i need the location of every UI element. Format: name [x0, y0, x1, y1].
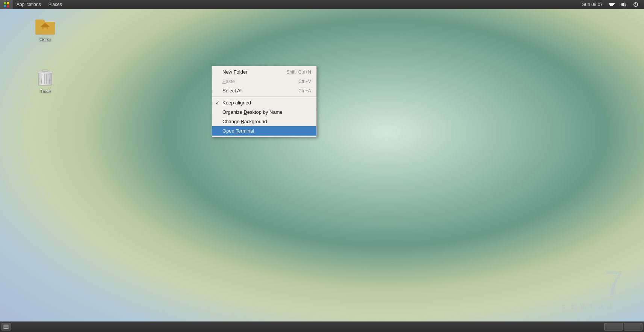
trash-label: Trash — [40, 88, 50, 94]
show-desktop-button[interactable] — [2, 323, 11, 330]
taskbar-button-1[interactable] — [604, 323, 623, 330]
open-terminal-label: Open Terminal — [222, 128, 304, 134]
menu-item-change-background[interactable]: Change Background — [212, 117, 316, 126]
menu-item-keep-aligned[interactable]: ✓ Keep aligned — [212, 98, 316, 107]
svg-rect-5 — [609, 4, 614, 5]
select-all-label: Select All — [222, 88, 291, 94]
svg-rect-26 — [4, 325, 8, 327]
top-panel: Applications Places Sun 09:07 ) ) — [0, 0, 644, 9]
show-desktop-icon — [3, 324, 9, 329]
trash-icon[interactable]: Trash — [30, 66, 60, 95]
bottom-panel — [0, 321, 644, 332]
network-button[interactable] — [606, 0, 617, 9]
desktop-background — [0, 0, 644, 332]
paste-label: Paste — [222, 78, 291, 84]
home-icon[interactable]: Home — [30, 14, 60, 44]
centos-number: 7 — [605, 266, 623, 300]
home-folder-image — [35, 16, 55, 35]
context-menu: New Folder Shift+Ctrl+N Paste Ctrl+V Sel… — [212, 66, 317, 137]
applications-menu[interactable]: Applications — [13, 0, 45, 9]
clock-text: Sun 09:07 — [582, 2, 603, 7]
network-icon — [609, 2, 615, 8]
volume-button[interactable]: ) ) — [618, 0, 629, 9]
svg-marker-7 — [621, 2, 624, 7]
panel-right: Sun 09:07 ) ) — [580, 0, 644, 9]
keep-aligned-label: Keep aligned — [222, 100, 304, 106]
menu-item-paste[interactable]: Paste Ctrl+V — [212, 77, 316, 86]
volume-icon: ) ) — [621, 2, 627, 8]
svg-rect-0 — [4, 2, 6, 4]
power-icon — [633, 2, 639, 8]
taskbar-right — [604, 323, 642, 330]
paste-shortcut: Ctrl+V — [298, 79, 311, 84]
menu-item-select-all[interactable]: Select All Ctrl+A — [212, 86, 316, 95]
menu-item-new-folder[interactable]: New Folder Shift+Ctrl+N — [212, 67, 316, 77]
svg-rect-20 — [42, 70, 48, 71]
applications-label: Applications — [17, 2, 41, 7]
svg-text:): ) — [625, 3, 626, 6]
folder-svg — [35, 17, 55, 35]
svg-rect-3 — [7, 5, 9, 7]
centos-logo-icon — [4, 2, 9, 7]
clock-display[interactable]: Sun 09:07 — [580, 0, 605, 9]
home-label: Home — [39, 37, 50, 42]
trash-svg — [37, 67, 53, 87]
places-label: Places — [48, 2, 62, 7]
menu-separator-1 — [212, 97, 316, 97]
new-folder-shortcut: Shift+Ctrl+N — [287, 69, 311, 75]
taskbar-button-2[interactable] — [624, 323, 642, 330]
menu-item-organize-desktop[interactable]: Organize Desktop by Name — [212, 107, 316, 117]
keep-aligned-checkbox: ✓ — [215, 100, 220, 106]
power-button[interactable] — [630, 0, 641, 9]
centos-text: C E N T O S — [562, 304, 614, 309]
svg-rect-2 — [4, 5, 6, 7]
trash-image — [35, 67, 55, 87]
new-folder-label: New Folder — [222, 69, 279, 75]
svg-rect-27 — [3, 328, 9, 329]
menu-item-open-terminal[interactable]: Open Terminal — [212, 126, 316, 136]
organize-desktop-label: Organize Desktop by Name — [222, 109, 304, 115]
svg-rect-6 — [609, 3, 615, 4]
svg-rect-1 — [7, 2, 9, 4]
select-all-shortcut: Ctrl+A — [298, 88, 311, 94]
panel-logo[interactable] — [0, 0, 13, 9]
places-menu[interactable]: Places — [45, 0, 66, 9]
change-background-label: Change Background — [222, 119, 304, 124]
svg-rect-4 — [610, 5, 613, 6]
panel-left: Applications Places — [0, 0, 66, 9]
